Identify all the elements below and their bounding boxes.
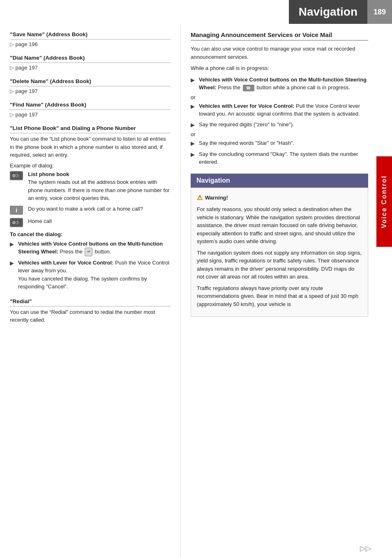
warning-para-2: Traffic regulations always have priority… <box>197 284 362 309</box>
managing-bullet-text-star: Say the required words "Star" or "Hash". <box>199 139 294 147</box>
warning-box: ⚠ Warning! For safety reasons, you shoul… <box>191 188 368 317</box>
dialog-subtext-0: The system reads out all the address boo… <box>28 179 170 201</box>
page-ref-find: ▷ page 197 <box>10 111 171 118</box>
section-save-name: "Save Name" (Address Book) <box>10 31 171 39</box>
warning-icon: ⚠ <box>197 193 203 203</box>
main-content: "Save Name" (Address Book) ▷ page 196 "D… <box>0 24 376 557</box>
dialog-item-2: Home call <box>10 217 171 227</box>
warning-para-0: For safety reasons, you should only sele… <box>197 205 362 246</box>
section-delete-name: "Delete Name" (Address Book) <box>10 78 171 86</box>
managing-bullet-text-0: Vehicles with Voice Control buttons on t… <box>199 76 368 92</box>
right-column: Managing Announcement Services or Voice … <box>181 24 376 557</box>
voice-button-icon: ☎ <box>243 85 254 91</box>
cancel-heading: To cancel the dialog: <box>10 231 171 237</box>
while-call-text: While a phone call is in progress: <box>191 64 368 72</box>
managing-bullet-lever: ▶ Vehicles with Lever for Voice Control:… <box>191 102 368 118</box>
dialog-item-1: i Do you want to make a work call or a h… <box>10 205 171 215</box>
warning-title: ⚠ Warning! <box>197 193 362 203</box>
page-number: 189 <box>367 0 392 24</box>
bullet-arrow-0: ▶ <box>10 240 16 248</box>
page-ref-delete: ▷ page 197 <box>10 88 171 94</box>
or-text-1: or <box>191 94 368 100</box>
side-tab: Voice Control <box>376 156 392 247</box>
managing-bullet-okay: ▶ Say the concluding command "Okay". The… <box>191 150 368 166</box>
example-label: Example of dialog: <box>10 162 171 169</box>
managing-arrow-okay: ▶ <box>191 151 196 159</box>
managing-bullet-0: ▶ Vehicles with Voice Control buttons on… <box>191 76 368 92</box>
svg-point-2 <box>13 175 15 176</box>
svg-point-5 <box>13 222 15 223</box>
dialog-text-1: Do you want to make a work call or a hom… <box>28 205 143 213</box>
section-list-phone-book: "List Phone Book" and Dialing a Phone Nu… <box>10 125 171 133</box>
dialog-text-2: Home call <box>28 217 52 225</box>
bottom-arrows: ▷▷ <box>360 544 371 553</box>
voice-icon-2 <box>10 218 25 227</box>
section-redial: "Redial" <box>10 298 171 306</box>
section-dial-name: "Dial Name" (Address Book) <box>10 55 171 63</box>
dialog-text-0: List phone book The system reads out all… <box>28 170 171 202</box>
bullet-arrow-1: ▶ <box>10 259 16 267</box>
managing-bullet-text-lever: Vehicles with Lever for Voice Control: P… <box>199 102 368 118</box>
or-text-2: or <box>191 131 368 137</box>
managing-intro: You can also use voice control to manage… <box>191 45 368 61</box>
managing-bullet-text-okay: Say the concluding command "Okay". The s… <box>199 150 368 166</box>
managing-bullet-star: ▶ Say the required words "Star" or "Hash… <box>191 139 368 148</box>
list-phone-book-body: You can use the “List phone book” comman… <box>10 135 171 159</box>
section-find-name: "Find Name" (Address Book) <box>10 102 171 110</box>
cancel-bullet-text-0: Vehicles with Voice Control buttons on t… <box>18 240 171 256</box>
dialog-item-0: List phone book The system reads out all… <box>10 170 171 202</box>
managing-arrow-star: ▶ <box>191 139 196 148</box>
warning-para-1: The navigation system does not supply an… <box>197 249 362 281</box>
managing-bullet-text-digits: Say the required digits ("zero" to "nine… <box>199 121 294 129</box>
navigation-section-label: Navigation <box>191 174 368 188</box>
system-icon-1: i <box>10 206 25 215</box>
warning-title-text: Warning! <box>205 194 228 202</box>
managing-bullet-digits: ▶ Say the required digits ("zero" to "ni… <box>191 121 368 129</box>
cancel-bullet-1: ▶ Vehicles with Lever for Voice Control:… <box>10 259 171 291</box>
side-tab-label: Voice Control <box>380 175 388 228</box>
header-title: Navigation <box>289 0 367 24</box>
left-column: "Save Name" (Address Book) ▷ page 196 "D… <box>0 24 181 557</box>
managing-heading: Managing Announcement Services or Voice … <box>191 31 368 41</box>
redial-body: You can use the “Redial” command to redi… <box>10 308 171 324</box>
page-ref-save: ▷ page 196 <box>10 41 171 47</box>
page-ref-dial: ▷ page 197 <box>10 65 171 71</box>
header-bar: Navigation 189 <box>35 0 392 24</box>
voice-icon-0 <box>10 171 25 180</box>
cancel-bullet-0: ▶ Vehicles with Voice Control buttons on… <box>10 240 171 256</box>
back-button-icon: ↩ <box>85 248 92 256</box>
managing-arrow-digits: ▶ <box>191 121 196 129</box>
cancel-bullet-text-1: Vehicles with Lever for Voice Control: P… <box>18 259 171 291</box>
managing-arrow-lever: ▶ <box>191 102 196 111</box>
managing-arrow-0: ▶ <box>191 76 196 84</box>
